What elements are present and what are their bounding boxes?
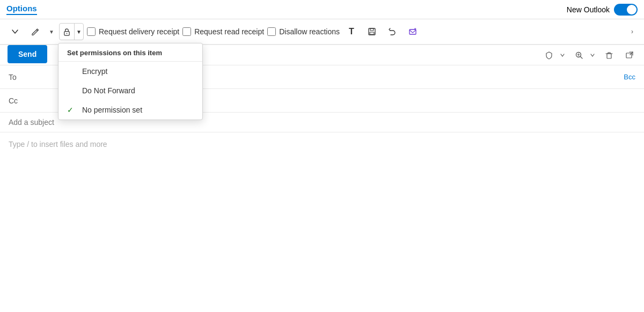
save-button[interactable] — [363, 23, 380, 40]
shield-button[interactable] — [541, 48, 557, 63]
disallow-reactions-checkbox[interactable]: Disallow reactions — [267, 27, 340, 36]
pen-button[interactable] — [27, 23, 44, 40]
read-receipt-label: Request read receipt — [194, 27, 264, 36]
delivery-receipt-input[interactable] — [87, 27, 96, 36]
disallow-reactions-label: Disallow reactions — [279, 27, 340, 36]
delivery-receipt-checkbox[interactable]: Request delivery receipt — [87, 27, 179, 36]
do-not-forward-option[interactable]: Do Not Forward — [58, 81, 202, 100]
bcc-link[interactable]: Bcc — [624, 73, 635, 81]
permissions-dropdown: Set permissions on this item Encrypt Do … — [58, 43, 203, 120]
no-permission-check-icon: ✓ — [67, 106, 76, 114]
more-options-button[interactable]: › — [627, 23, 638, 40]
undo-button[interactable] — [384, 23, 401, 40]
shield-btn-group — [541, 48, 567, 63]
text-format-button[interactable]: T — [343, 23, 360, 40]
down-arrow-button[interactable] — [6, 23, 24, 40]
encrypt-label: Encrypt — [82, 67, 107, 76]
do-not-forward-label: Do Not Forward — [82, 86, 135, 95]
new-outlook-label: New Outlook — [567, 5, 610, 14]
delivery-receipt-label: Request delivery receipt — [99, 27, 179, 36]
body-placeholder: Type / to insert files and more — [9, 140, 107, 148]
lock-button-group[interactable]: ▼ — [59, 23, 84, 40]
read-receipt-checkbox[interactable]: Request read receipt — [182, 27, 264, 36]
zoom-button[interactable] — [571, 48, 587, 63]
toolbar: ▼ ▼ Request delivery receipt Request rea… — [0, 19, 644, 45]
lock-dropdown-arrow[interactable]: ▼ — [75, 24, 83, 40]
zoom-dropdown-arrow[interactable] — [588, 48, 597, 63]
send-button[interactable]: Send — [8, 45, 47, 63]
to-label: To — [9, 73, 35, 81]
body-area[interactable]: Type / to insert files and more — [0, 132, 644, 312]
cc-label: Cc — [9, 96, 35, 105]
pen-dropdown-arrow[interactable]: ▼ — [47, 23, 56, 40]
new-outlook-toggle[interactable] — [614, 4, 638, 16]
svg-rect-11 — [607, 54, 611, 58]
delete-button[interactable] — [601, 48, 617, 63]
read-receipt-input[interactable] — [182, 27, 191, 36]
svg-point-1 — [67, 33, 68, 34]
lock-button[interactable] — [60, 24, 75, 40]
shield-dropdown-arrow[interactable] — [558, 48, 567, 63]
zoom-btn-group — [571, 48, 597, 63]
no-permission-label: No permission set — [82, 106, 142, 114]
options-bar: Options New Outlook — [0, 0, 644, 19]
popout-button[interactable] — [621, 48, 638, 63]
disallow-reactions-input[interactable] — [267, 27, 276, 36]
svg-rect-4 — [370, 32, 374, 34]
mail-star-button[interactable]: ★ — [404, 23, 421, 40]
new-outlook-area: New Outlook — [567, 4, 638, 16]
svg-line-8 — [581, 56, 583, 58]
options-title: Options — [6, 4, 37, 15]
no-permission-option[interactable]: ✓ No permission set — [58, 100, 202, 120]
svg-text:★: ★ — [414, 27, 416, 31]
dropdown-title: Set permissions on this item — [58, 43, 202, 62]
encrypt-option[interactable]: Encrypt — [58, 62, 202, 81]
